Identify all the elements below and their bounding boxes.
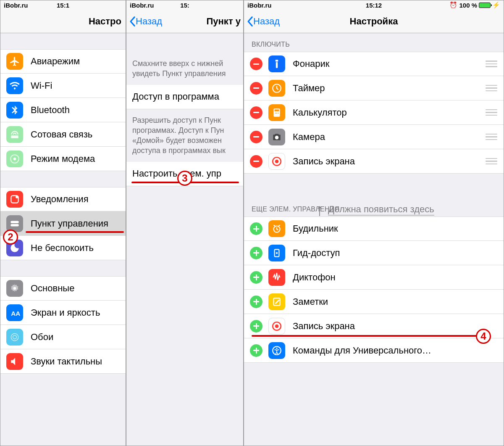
annotation-underline — [252, 335, 478, 337]
drag-handle[interactable] — [485, 61, 498, 67]
control-row-notes: Заметки — [244, 290, 504, 314]
row-label: Пункт управления — [31, 218, 108, 229]
svg-point-0 — [13, 157, 16, 160]
sounds-icon — [6, 353, 23, 370]
status-bar: iBobr.ru 15:12 ⏰ 100 % ⚡ — [244, 0, 504, 10]
row-label: Калькулятор — [293, 107, 347, 118]
display-icon: AA — [6, 304, 23, 321]
calculator-icon — [268, 104, 285, 121]
accessibility-icon — [268, 342, 285, 359]
back-label: Назад — [136, 16, 162, 27]
control-row-screenrec: Запись экрана — [244, 149, 504, 174]
row-display[interactable]: AAЭкран и яркость — [0, 301, 126, 325]
general-icon — [6, 280, 23, 297]
row-label: Wi-Fi — [31, 80, 52, 91]
add-button[interactable] — [250, 296, 262, 308]
row-label: Настроить элем. упр — [132, 168, 221, 179]
remove-button[interactable] — [250, 58, 262, 70]
row-notifications[interactable]: Уведомления — [0, 187, 126, 211]
row-label: Режим модема — [31, 153, 95, 164]
alarm-icon — [268, 220, 285, 237]
row-bluetooth[interactable]: Bluetooth — [0, 98, 126, 122]
row-label: Камера — [293, 132, 325, 143]
control-row-calculator: Калькулятор — [244, 100, 504, 125]
row-label: Основные — [31, 283, 74, 294]
remove-button[interactable] — [250, 131, 262, 143]
screen-settings: iBobr.ru 15:1 Настро АвиарежимWi-FiBluet… — [0, 0, 126, 446]
row-hotspot[interactable]: Режим модема — [0, 147, 126, 171]
content: АвиарежимWi-FiBluetoothСотовая связьРежи… — [0, 33, 126, 446]
control-row-alarm: Будильник — [244, 216, 504, 241]
svg-point-2 — [16, 195, 18, 198]
remove-button[interactable] — [250, 106, 262, 119]
description-swipe: Смахните вверх с нижней увидеть Пункт уп… — [126, 33, 243, 85]
row-label: Доступ в программа — [132, 91, 219, 102]
svg-point-27 — [276, 347, 277, 348]
navbar: Настро — [0, 10, 126, 33]
status-bar: iBobr.ru 15:1 — [0, 0, 126, 10]
row-airplane[interactable]: Авиарежим — [0, 49, 126, 74]
row-label: Заметки — [293, 296, 328, 307]
row-sounds[interactable]: Звуки тактильны — [0, 349, 126, 374]
svg-rect-9 — [276, 60, 278, 61]
svg-rect-4 — [10, 224, 19, 226]
notes-icon — [268, 293, 285, 310]
bluetooth-icon — [6, 102, 23, 119]
svg-point-8 — [13, 335, 17, 339]
remove-button[interactable] — [250, 155, 262, 168]
row-label: Диктофон — [293, 272, 336, 283]
control-row-voice: Диктофон — [244, 265, 504, 290]
hotspot-icon — [6, 150, 23, 167]
back-button[interactable]: Назад — [126, 16, 162, 27]
back-button[interactable]: Назад — [244, 16, 280, 27]
screenrec-icon — [268, 153, 285, 170]
svg-point-25 — [275, 324, 279, 328]
control-row-screenrec2: Запись экрана4 — [244, 314, 504, 338]
annotation-underline — [26, 231, 124, 233]
drag-handle[interactable] — [485, 134, 498, 140]
row-label: Авиарежим — [31, 56, 80, 67]
row-wallpaper[interactable]: Обои — [0, 325, 126, 349]
row-label: Фонарик — [293, 58, 330, 69]
svg-point-16 — [278, 113, 278, 113]
row-cellular[interactable]: Сотовая связь — [0, 122, 126, 147]
charging-icon: ⚡ — [492, 1, 500, 9]
row-label: Не беспокоить — [31, 243, 94, 253]
screenrec2-icon — [268, 318, 285, 335]
svg-rect-3 — [10, 221, 19, 223]
drag-handle[interactable] — [485, 85, 498, 92]
control-row-guided: Гид-доступ — [244, 241, 504, 265]
row-label: Обои — [31, 332, 53, 343]
guided-icon — [268, 245, 285, 261]
drag-handle[interactable] — [485, 109, 498, 116]
timer-icon — [268, 80, 285, 97]
row-label: Гид-доступ — [293, 248, 340, 259]
row-controlcenter[interactable]: Пункт управления2 — [0, 211, 126, 236]
row-general[interactable]: Основные — [0, 276, 126, 301]
row-label: Уведомления — [31, 194, 89, 205]
remove-button[interactable] — [250, 82, 262, 95]
back-label: Назад — [253, 16, 280, 27]
add-button[interactable] — [250, 320, 262, 333]
row-label: Запись экрана — [293, 321, 355, 332]
control-row-accessibility: Команды для Универсального… — [244, 338, 504, 363]
row-dnd[interactable]: Не беспокоить — [0, 236, 126, 260]
row-access-in-apps[interactable]: Доступ в программа — [126, 85, 243, 109]
add-button[interactable] — [250, 247, 262, 259]
row-wifi[interactable]: Wi-Fi — [0, 74, 126, 98]
camera-icon — [268, 129, 285, 145]
navbar: Назад Настройка — [244, 10, 504, 33]
drag-handle[interactable] — [485, 158, 498, 165]
svg-point-7 — [11, 333, 18, 340]
navbar-title: Настройка — [350, 16, 398, 27]
voice-icon — [268, 269, 285, 286]
svg-point-19 — [275, 159, 279, 163]
add-button[interactable] — [250, 271, 262, 284]
annotation-badge-2: 2 — [3, 230, 18, 245]
add-button[interactable] — [250, 222, 262, 235]
svg-text:AA: AA — [11, 309, 20, 317]
content: ВКЛЮЧИТЬ ФонарикТаймерКалькуляторКамераЗ… — [244, 33, 504, 446]
add-button[interactable] — [250, 344, 262, 357]
row-label: Сотовая связь — [31, 129, 92, 140]
battery-percent: 100 % — [459, 2, 477, 9]
